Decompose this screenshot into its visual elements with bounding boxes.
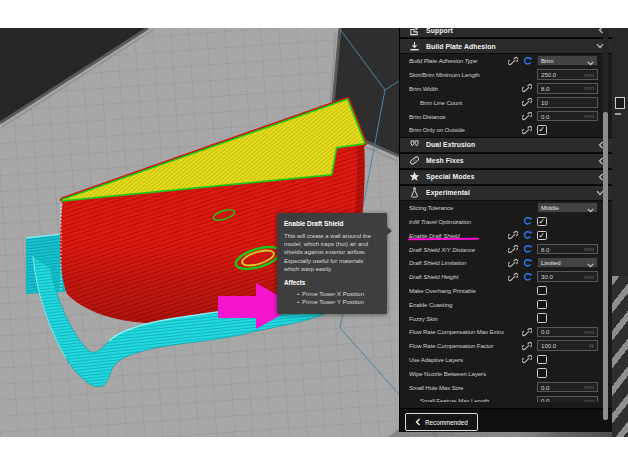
- setting-label: Brim Width: [409, 85, 504, 92]
- revert-icon[interactable]: [522, 258, 532, 268]
- tooltip-affects-item: •Prime Tower X Position: [284, 290, 380, 298]
- setting-control: 250.0mm: [537, 69, 598, 80]
- print-settings-panel: SupportBuild Plate AdhesionBuild Plate A…: [399, 28, 612, 432]
- input-unit: mm: [584, 246, 594, 252]
- dropdown[interactable]: Brim: [537, 55, 598, 66]
- setting-row[interactable]: Build Plate Adhesion TypeBrim: [400, 54, 612, 68]
- setting-row[interactable]: Skirt/Brim Minimum Length250.0mm: [400, 68, 612, 82]
- input-value: 8.0: [541, 246, 549, 253]
- setting-row[interactable]: Slicing ToleranceMiddle: [400, 201, 612, 215]
- input-unit: mm: [584, 384, 594, 390]
- setting-label: Fuzzy Skin: [409, 315, 504, 322]
- value-input[interactable]: 10: [537, 97, 598, 108]
- link-icon[interactable]: [508, 244, 518, 254]
- setting-label: Use Adaptive Layers: [409, 356, 504, 363]
- setting-row[interactable]: Infill Travel Optimization✓: [400, 215, 612, 229]
- checkbox[interactable]: [537, 313, 547, 323]
- value-input[interactable]: 0.0mm: [537, 396, 598, 402]
- setting-row[interactable]: Draft Shield LimitationLimited: [400, 256, 612, 270]
- category-row[interactable]: Build Plate Adhesion: [400, 38, 612, 54]
- category-row[interactable]: Special Modes: [400, 169, 612, 185]
- setting-label: Wipe Nozzle Between Layers: [409, 370, 504, 377]
- dropdown[interactable]: Limited: [537, 257, 598, 268]
- checkbox[interactable]: ✓: [537, 125, 547, 135]
- setting-row[interactable]: Small Feature Max Length0.0mm: [400, 394, 612, 402]
- setting-row[interactable]: Flow Rate Compensation Factor100.0%: [400, 339, 612, 353]
- checkbox[interactable]: [537, 300, 547, 310]
- recommended-button[interactable]: Recommended: [405, 413, 478, 431]
- check-icon: ✓: [539, 231, 545, 240]
- setting-row[interactable]: Brim Width8.0mm: [400, 82, 612, 96]
- value-input[interactable]: 250.0mm: [537, 69, 598, 80]
- category-label: Support: [426, 28, 598, 34]
- bullet: •: [297, 291, 299, 297]
- link-icon[interactable]: [508, 56, 518, 66]
- scrollbar-thumb[interactable]: [603, 112, 608, 420]
- setting-label: Small Feature Max Length: [409, 397, 504, 402]
- highlight-marker: [408, 238, 479, 241]
- setting-label: Small Hole Max Size: [409, 384, 504, 391]
- link-icon[interactable]: [522, 125, 532, 135]
- setting-row[interactable]: Wipe Nozzle Between Layers: [400, 366, 612, 380]
- link-icon[interactable]: [522, 327, 532, 337]
- setting-row[interactable]: Draft Shield Height30.0mm: [400, 270, 612, 284]
- category-row[interactable]: Experimental: [400, 185, 612, 201]
- setting-row[interactable]: Enable Draft Shield✓: [400, 228, 612, 242]
- setting-label: Infill Travel Optimization: [409, 218, 504, 225]
- link-icon[interactable]: [508, 272, 518, 282]
- setting-control: 8.0mm: [537, 244, 598, 255]
- setting-control: 0.0mm: [537, 382, 598, 393]
- revert-icon[interactable]: [522, 230, 532, 240]
- setting-row[interactable]: Brim Only on Outside✓: [400, 123, 612, 137]
- revert-icon[interactable]: [522, 216, 532, 226]
- setting-row[interactable]: Small Hole Max Size0.0mm: [400, 380, 612, 394]
- link-icon[interactable]: [522, 341, 532, 351]
- link-icon[interactable]: [508, 258, 518, 268]
- setting-row[interactable]: Fuzzy Skin: [400, 311, 612, 325]
- setting-row[interactable]: Flow Rate Compensation Max Extrusion Off…: [400, 325, 612, 339]
- setting-row[interactable]: Brim Line Count10: [400, 95, 612, 109]
- checkbox[interactable]: ✓: [537, 217, 547, 227]
- checkbox[interactable]: [537, 368, 547, 378]
- value-input[interactable]: 0.0mm: [537, 382, 598, 393]
- setting-icons: [504, 327, 532, 337]
- link-icon[interactable]: [508, 230, 518, 240]
- checkbox[interactable]: [537, 355, 547, 365]
- revert-icon[interactable]: [522, 244, 532, 254]
- clipped-ui-fragment: [615, 113, 621, 115]
- category-row[interactable]: Support: [400, 28, 612, 38]
- checkbox[interactable]: [537, 286, 547, 296]
- setting-label: Brim Only on Outside: [409, 126, 504, 133]
- dropdown[interactable]: Middle: [537, 202, 598, 213]
- value-input[interactable]: 8.0mm: [537, 244, 598, 255]
- checkbox[interactable]: ✓: [537, 231, 547, 241]
- category-row[interactable]: Dual Extrusion: [400, 137, 612, 153]
- link-icon[interactable]: [522, 83, 532, 93]
- link-icon[interactable]: [522, 111, 532, 121]
- dual-extrusion-icon: [409, 139, 422, 150]
- support-icon: [409, 28, 422, 36]
- setting-row[interactable]: Enable Coasting: [400, 297, 612, 311]
- value-input[interactable]: 100.0%: [537, 340, 598, 351]
- link-icon[interactable]: [522, 97, 532, 107]
- cura-app-region: Enable Draft Shield This will create a w…: [0, 28, 628, 437]
- setting-row[interactable]: Make Overhang Printable: [400, 284, 612, 298]
- setting-label: Flow Rate Compensation Max Extrusion Off…: [409, 328, 504, 335]
- setting-row[interactable]: Brim Distance0.0mm: [400, 109, 612, 123]
- category-row[interactable]: Mesh Fixes: [400, 153, 612, 169]
- setting-row[interactable]: Draft Shield X/Y Distance8.0mm: [400, 242, 612, 256]
- revert-icon[interactable]: [522, 56, 532, 66]
- value-input[interactable]: 0.0mm: [537, 327, 598, 338]
- value-input[interactable]: 30.0mm: [537, 271, 598, 282]
- value-input[interactable]: 8.0mm: [537, 83, 598, 94]
- setting-label: Draft Shield X/Y Distance: [409, 246, 504, 253]
- input-unit: mm: [584, 398, 594, 402]
- setting-row[interactable]: Use Adaptive Layers: [400, 353, 612, 367]
- setting-control: [537, 355, 598, 365]
- link-icon[interactable]: [522, 354, 532, 364]
- build-plate-adhesion-icon: [409, 41, 422, 52]
- setting-label: Brim Line Count: [409, 99, 504, 106]
- value-input[interactable]: 0.0mm: [537, 111, 598, 122]
- revert-icon[interactable]: [522, 272, 532, 282]
- setting-label: Draft Shield Height: [409, 273, 504, 280]
